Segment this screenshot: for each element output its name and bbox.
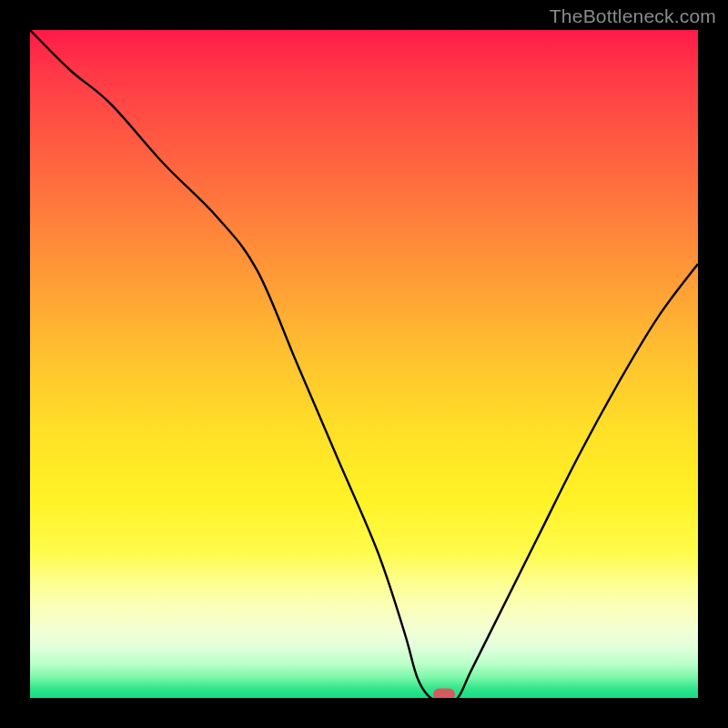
chart-frame: TheBottleneck.com <box>0 0 728 728</box>
optimal-marker <box>433 689 455 699</box>
plot-area <box>30 30 698 698</box>
bottleneck-curve <box>30 30 698 698</box>
curve-layer <box>30 30 698 698</box>
watermark-text: TheBottleneck.com <box>550 5 716 27</box>
